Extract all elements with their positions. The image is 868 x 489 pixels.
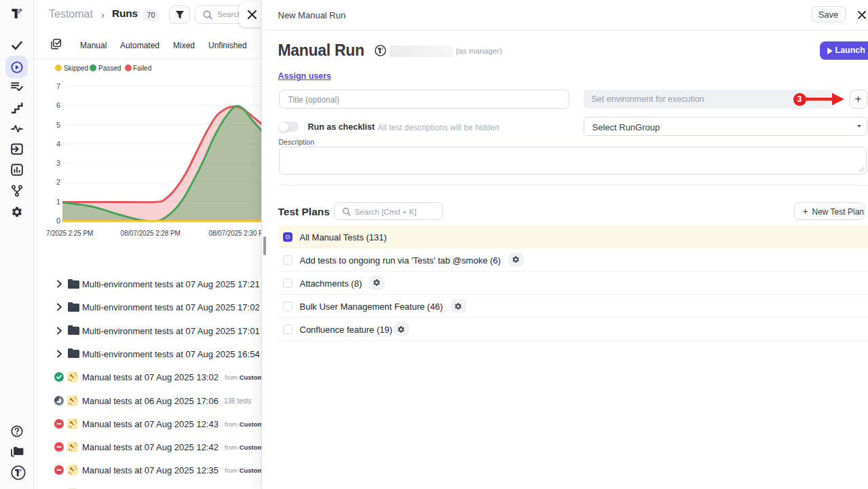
- svg-text:4: 4: [56, 140, 60, 148]
- svg-text:1: 1: [56, 198, 60, 206]
- svg-text:5: 5: [56, 121, 60, 129]
- svg-text:0: 0: [56, 217, 60, 225]
- svg-text:08/07/2025 2:30 PM: 08/07/2025 2:30 PM: [209, 230, 263, 237]
- svg-text:7/2025 2:25 PM: 7/2025 2:25 PM: [46, 230, 93, 237]
- svg-text:7: 7: [56, 82, 60, 90]
- svg-text:6: 6: [56, 101, 60, 109]
- svg-text:2: 2: [56, 178, 60, 186]
- svg-text:08/07/2025 2:28 PM: 08/07/2025 2:28 PM: [120, 230, 180, 237]
- svg-text:3: 3: [56, 159, 60, 167]
